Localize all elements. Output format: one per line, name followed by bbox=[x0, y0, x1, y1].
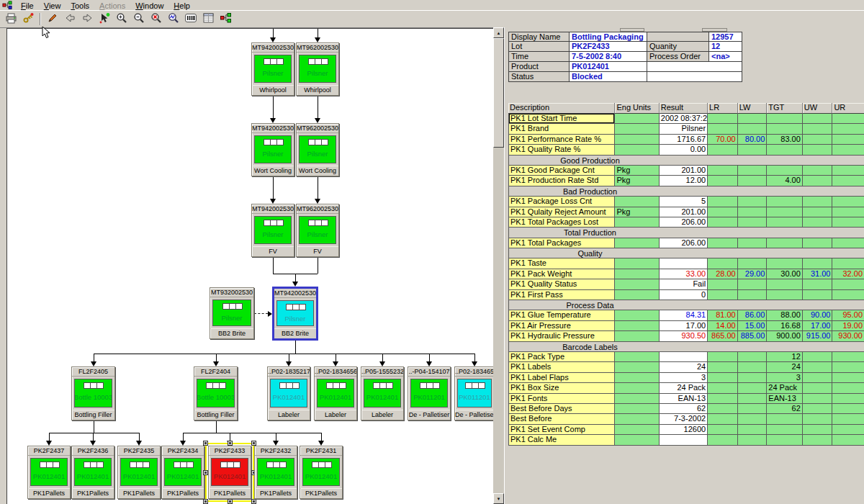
cell-tgt[interactable] bbox=[767, 145, 803, 155]
cell-lw[interactable]: 80.00 bbox=[738, 135, 768, 145]
cell-uw[interactable] bbox=[803, 124, 833, 134]
lot-node-MT932002530[interactable]: MT932002530PilsnerBB2 Brite bbox=[210, 287, 254, 339]
cell-result[interactable]: 7-3-2002 bbox=[660, 414, 708, 424]
selection-handle[interactable] bbox=[251, 499, 256, 504]
selection-handle[interactable] bbox=[203, 499, 208, 504]
cell-eng-units[interactable] bbox=[615, 197, 659, 207]
cell-description[interactable]: PK1 Hydraulic Pressure bbox=[508, 331, 615, 341]
cell-tgt[interactable]: 12 bbox=[767, 352, 803, 362]
cell-lr[interactable] bbox=[708, 124, 738, 134]
cell-eng-units[interactable] bbox=[615, 135, 659, 145]
cell-tgt[interactable]: 83.00 bbox=[767, 135, 803, 145]
cell-result[interactable]: 17.00 bbox=[660, 321, 708, 331]
cell-description[interactable]: PK1 Total Packages Lost bbox=[508, 217, 615, 228]
cell-uw[interactable] bbox=[803, 425, 833, 435]
cell-ur[interactable] bbox=[832, 197, 864, 207]
cell-result[interactable]: 0 bbox=[660, 290, 708, 300]
cell-description[interactable]: PK1 Air Pressure bbox=[508, 321, 615, 331]
cell-result[interactable]: 206.00 bbox=[660, 217, 708, 228]
cell-description[interactable]: PK1 Glue Temperature bbox=[508, 310, 615, 320]
cell-result[interactable] bbox=[660, 258, 708, 269]
cell-lr[interactable] bbox=[708, 414, 738, 424]
cell-result[interactable]: 201.00 bbox=[660, 207, 708, 217]
cell-result[interactable]: EAN-13 bbox=[660, 394, 708, 404]
cell-result[interactable]: 62 bbox=[660, 404, 708, 414]
lot-node-P021834656[interactable]: ..P02-1834656PK011201De - Palletiser bbox=[454, 366, 494, 420]
lot-node-MT962002530[interactable]: MT962002530PilsnerFV bbox=[296, 204, 339, 257]
cell-eng-units[interactable] bbox=[615, 352, 659, 362]
cell-lr[interactable]: 14.00 bbox=[708, 321, 738, 331]
cell-uw[interactable] bbox=[803, 135, 833, 145]
cell-lw[interactable]: 885.00 bbox=[738, 331, 768, 341]
cell-lw[interactable] bbox=[738, 166, 768, 176]
lot-node-FL2F2404[interactable]: FL2F2404Bottle 10003Bottling Filler bbox=[194, 366, 238, 420]
cell-uw[interactable] bbox=[803, 207, 833, 217]
cell-lr[interactable] bbox=[708, 279, 738, 289]
cell-tgt[interactable]: 3 bbox=[767, 373, 803, 383]
cell-eng-units[interactable] bbox=[615, 435, 659, 445]
cell-description[interactable]: PK1 Fonts bbox=[508, 394, 615, 404]
cell-uw[interactable] bbox=[803, 279, 833, 289]
cell-lw[interactable] bbox=[738, 217, 768, 228]
cell-eng-units[interactable]: Pkg bbox=[615, 166, 659, 176]
cell-lr[interactable] bbox=[708, 238, 738, 248]
cell-ur[interactable] bbox=[832, 114, 864, 124]
cell-lr[interactable] bbox=[708, 425, 738, 435]
cell-lw[interactable] bbox=[738, 404, 768, 414]
cell-lw[interactable]: 15.00 bbox=[738, 321, 768, 331]
cell-uw[interactable] bbox=[803, 383, 833, 393]
cell-lw[interactable] bbox=[738, 373, 768, 383]
cell-lr[interactable] bbox=[708, 217, 738, 228]
zoom-reset-button[interactable] bbox=[148, 12, 165, 27]
cell-lr[interactable]: 70.00 bbox=[708, 135, 738, 145]
scrollbar-thumb[interactable] bbox=[493, 38, 504, 148]
cell-description[interactable]: PK1 Package Loss Cnt bbox=[508, 197, 615, 207]
cell-tgt[interactable]: 24 bbox=[767, 362, 803, 372]
cell-lw[interactable] bbox=[738, 383, 768, 393]
cell-tgt[interactable] bbox=[767, 166, 803, 176]
cell-description[interactable]: Best Before bbox=[508, 414, 615, 424]
cell-ur[interactable] bbox=[832, 290, 864, 300]
trend-button[interactable] bbox=[165, 12, 182, 27]
cell-tgt[interactable] bbox=[767, 207, 803, 217]
cell-result[interactable] bbox=[660, 435, 708, 445]
cell-tgt[interactable] bbox=[767, 197, 803, 207]
cell-ur[interactable]: 930.00 bbox=[832, 331, 864, 341]
cell-uw[interactable] bbox=[803, 114, 833, 124]
cell-result[interactable]: 12600 bbox=[660, 425, 708, 435]
cell-eng-units[interactable] bbox=[615, 258, 659, 269]
cell-tgt[interactable]: 24 Pack bbox=[767, 383, 803, 393]
lot-node-P04154107[interactable]: ..-P04-154107PK011201De - Palletiser bbox=[408, 366, 451, 420]
cell-tgt[interactable] bbox=[767, 238, 803, 248]
cell-eng-units[interactable] bbox=[615, 290, 659, 300]
cell-uw[interactable] bbox=[803, 238, 833, 248]
cell-ur[interactable] bbox=[832, 135, 864, 145]
cell-lr[interactable] bbox=[708, 373, 738, 383]
cell-result[interactable]: 1716.67 bbox=[660, 135, 708, 145]
lot-node-MT942002530[interactable]: MT942002530PilsnerWhirlpool bbox=[251, 42, 294, 96]
cell-description[interactable]: PK1 Box Size bbox=[508, 383, 615, 393]
cell-ur[interactable] bbox=[832, 124, 864, 134]
cell-tgt[interactable] bbox=[767, 290, 803, 300]
cell-tgt[interactable] bbox=[767, 279, 803, 289]
cell-tgt[interactable]: 62 bbox=[767, 404, 803, 414]
cell-eng-units[interactable] bbox=[615, 124, 659, 134]
cell-eng-units[interactable] bbox=[615, 404, 659, 414]
cell-result[interactable]: 12.00 bbox=[660, 176, 708, 186]
lot-node-MT942002530[interactable]: MT942002530PilsnerWort Cooling bbox=[251, 123, 294, 176]
cell-lw[interactable] bbox=[738, 425, 768, 435]
cell-description[interactable]: PK1 Taste bbox=[508, 258, 615, 269]
cell-lr[interactable] bbox=[708, 383, 738, 393]
cell-lr[interactable] bbox=[708, 176, 738, 186]
cell-lw[interactable] bbox=[738, 145, 768, 155]
cell-ur[interactable] bbox=[832, 404, 864, 414]
cell-lw[interactable] bbox=[738, 362, 768, 372]
cell-uw[interactable]: 915.00 bbox=[803, 331, 833, 341]
cell-lw[interactable] bbox=[738, 290, 768, 300]
cell-eng-units[interactable] bbox=[615, 425, 659, 435]
lot-node-PK2F2437[interactable]: PK2F2437PK012401PK1Pallets bbox=[27, 446, 71, 499]
cell-lw[interactable] bbox=[738, 352, 768, 362]
cell-result[interactable]: 201.00 bbox=[660, 166, 708, 176]
lot-node-PK2F2434[interactable]: PK2F2434PK012401PK1Pallets bbox=[161, 446, 204, 499]
cell-tgt[interactable]: 88.00 bbox=[767, 310, 803, 320]
